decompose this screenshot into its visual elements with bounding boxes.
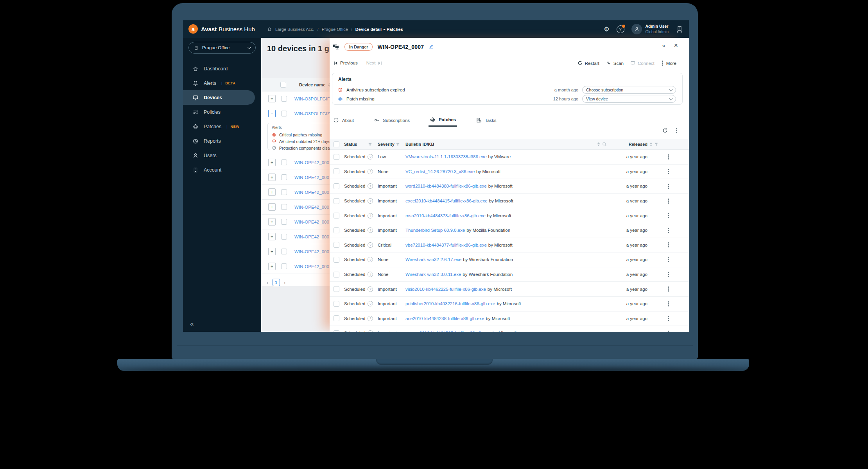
- expand-button[interactable]: +: [268, 233, 276, 240]
- expand-button[interactable]: +: [268, 174, 276, 181]
- patch-row[interactable]: Scheduled ? Important access2010-kb44645…: [330, 326, 689, 332]
- help-icon[interactable]: ?: [617, 25, 624, 33]
- device-action-select[interactable]: View device: [582, 95, 676, 103]
- patch-row[interactable]: Scheduled ? None Wireshark-win32-2.6.17.…: [330, 252, 689, 267]
- bulletin-link[interactable]: VC_redist_14.26.28720.3_x86.exe: [405, 169, 475, 174]
- row-checkbox[interactable]: [334, 330, 339, 332]
- tab[interactable]: Patches: [429, 114, 457, 127]
- expand-button[interactable]: +: [268, 188, 276, 196]
- row-checkbox[interactable]: [281, 219, 287, 225]
- row-checkbox[interactable]: [281, 189, 287, 195]
- row-menu-icon[interactable]: [668, 230, 669, 231]
- breadcrumb-item[interactable]: Prague Office: [322, 27, 348, 32]
- device-name-column-header[interactable]: Device name: [299, 82, 325, 87]
- patch-row[interactable]: Scheduled ? Important excel2010-kb448441…: [330, 194, 689, 209]
- device-row[interactable]: + WIN-OPE42_000: [261, 215, 330, 229]
- filter-icon[interactable]: [368, 142, 372, 147]
- device-link[interactable]: WIN-O3POLFGIZ: [294, 111, 330, 116]
- bulletin-link[interactable]: vbe72010-kb4484377-fullfile-x86-glb.exe: [405, 243, 487, 247]
- patch-row[interactable]: Scheduled ? None VC_redist_14.26.28720.3…: [330, 165, 689, 179]
- bulletin-link[interactable]: publisher2010-kb4032216-fullfile-x86-glb…: [405, 301, 495, 306]
- row-checkbox[interactable]: [334, 168, 339, 174]
- row-menu-icon[interactable]: [668, 259, 669, 260]
- row-checkbox[interactable]: [334, 198, 339, 204]
- subscription-select[interactable]: Choose subscription: [582, 86, 676, 94]
- settings-gear-icon[interactable]: ⚙: [604, 26, 609, 32]
- severity-column-header[interactable]: Severity: [378, 142, 395, 147]
- bulletin-link[interactable]: visio2010-kb4462225-fullfile-x86-glb.exe: [405, 287, 486, 292]
- row-menu-icon[interactable]: [668, 171, 669, 172]
- patch-row[interactable]: Scheduled ? Important publisher2010-kb40…: [330, 297, 689, 311]
- row-checkbox[interactable]: [281, 111, 287, 116]
- device-link[interactable]: WIN-OPE42_000: [294, 249, 329, 254]
- device-row[interactable]: + WIN-OPE42_000: [261, 259, 330, 274]
- expand-button[interactable]: +: [268, 95, 276, 102]
- device-link[interactable]: WIN-OPE42_000: [294, 175, 329, 180]
- device-link[interactable]: WIN-OPE42_000: [294, 205, 329, 209]
- sort-icon[interactable]: [597, 142, 600, 146]
- patch-row[interactable]: Scheduled ? Low VMware-tools-11.1.1-1630…: [330, 150, 689, 165]
- tab[interactable]: Subscriptions: [373, 114, 411, 127]
- row-checkbox[interactable]: [334, 213, 339, 218]
- row-checkbox[interactable]: [281, 174, 287, 180]
- restart-button[interactable]: Restart: [577, 61, 599, 66]
- row-menu-icon[interactable]: [668, 200, 669, 202]
- company-switcher-icon[interactable]: [676, 25, 683, 33]
- next-device-button[interactable]: Next: [366, 61, 382, 65]
- patch-row[interactable]: Scheduled ? Important mso2010-kb4484373-…: [330, 208, 689, 223]
- patch-row[interactable]: Scheduled ? Important visio2010-kb446222…: [330, 282, 689, 297]
- row-menu-icon[interactable]: [668, 244, 669, 245]
- device-link[interactable]: WIN-OPE42_000: [294, 264, 329, 269]
- filter-icon[interactable]: [396, 142, 400, 147]
- patch-row[interactable]: Scheduled ? None Wireshark-win32-3.0.11.…: [330, 267, 689, 282]
- sort-icon[interactable]: [650, 142, 652, 146]
- row-checkbox[interactable]: [334, 242, 339, 248]
- row-menu-icon[interactable]: [668, 288, 669, 290]
- close-icon[interactable]: ×: [674, 42, 678, 49]
- select-all-checkbox[interactable]: [280, 82, 286, 88]
- filter-icon[interactable]: [654, 142, 658, 147]
- prev-page-icon[interactable]: ‹: [267, 279, 269, 286]
- bulletin-link[interactable]: Wireshark-win32-3.0.11.exe: [405, 272, 461, 277]
- previous-device-button[interactable]: Previous: [334, 61, 358, 65]
- sidebar-item[interactable]: Reports: [183, 134, 261, 148]
- org-selector[interactable]: Prague Office: [188, 42, 256, 54]
- row-checkbox[interactable]: [334, 183, 339, 189]
- bulletin-link[interactable]: Wireshark-win32-2.6.17.exe: [405, 257, 461, 262]
- sidebar-item[interactable]: Account: [183, 163, 261, 177]
- row-menu-icon[interactable]: [668, 318, 669, 319]
- row-checkbox[interactable]: [281, 204, 287, 210]
- scan-button[interactable]: Scan: [606, 61, 624, 66]
- row-checkbox[interactable]: [281, 249, 287, 254]
- device-link[interactable]: WIN-OPE42_000: [294, 160, 329, 165]
- device-row[interactable]: + WIN-OPE42_000: [261, 200, 330, 215]
- expand-panel-icon[interactable]: »: [662, 42, 665, 49]
- device-row[interactable]: + WIN-O3POLFGIF: [261, 91, 330, 106]
- row-checkbox[interactable]: [334, 286, 339, 292]
- expand-button[interactable]: +: [268, 203, 276, 211]
- bulletin-link[interactable]: VMware-tools-11.1.1-16303738-i386.exe: [405, 154, 487, 159]
- device-link[interactable]: WIN-OPE42_000: [294, 190, 329, 195]
- next-page-icon[interactable]: ›: [284, 279, 286, 286]
- device-link[interactable]: WIN-OPE42_000: [294, 220, 329, 224]
- sidebar-item[interactable]: Users: [183, 148, 261, 163]
- row-menu-icon[interactable]: [668, 303, 669, 304]
- row-checkbox[interactable]: [281, 96, 287, 102]
- bulletin-link[interactable]: excel2010-kb4484415-fullfile-x86-glb.exe: [405, 199, 488, 203]
- row-menu-icon[interactable]: [668, 215, 669, 216]
- expand-button[interactable]: +: [268, 159, 276, 166]
- released-column-header[interactable]: Released: [629, 142, 647, 147]
- expand-button[interactable]: +: [268, 263, 276, 270]
- device-link[interactable]: WIN-O3POLFGIF: [294, 97, 330, 101]
- refresh-icon[interactable]: [662, 128, 668, 133]
- device-row[interactable]: + WIN-OPE42_000: [261, 229, 330, 244]
- patch-row[interactable]: Scheduled ? Important word2010-kb4484380…: [330, 179, 689, 194]
- device-row[interactable]: + WIN-OPE42_000: [261, 244, 330, 259]
- search-icon[interactable]: [602, 142, 607, 147]
- row-checkbox[interactable]: [281, 234, 287, 240]
- breadcrumb-item[interactable]: Large Business Acc.: [275, 27, 314, 32]
- row-menu-icon[interactable]: [668, 186, 669, 187]
- patch-row[interactable]: Scheduled ? Important ace2010-kb4484238-…: [330, 311, 689, 326]
- user-menu[interactable]: Admin User Global Admin: [631, 24, 669, 34]
- bulletin-column-header[interactable]: Bulletin ID/KB: [405, 142, 434, 147]
